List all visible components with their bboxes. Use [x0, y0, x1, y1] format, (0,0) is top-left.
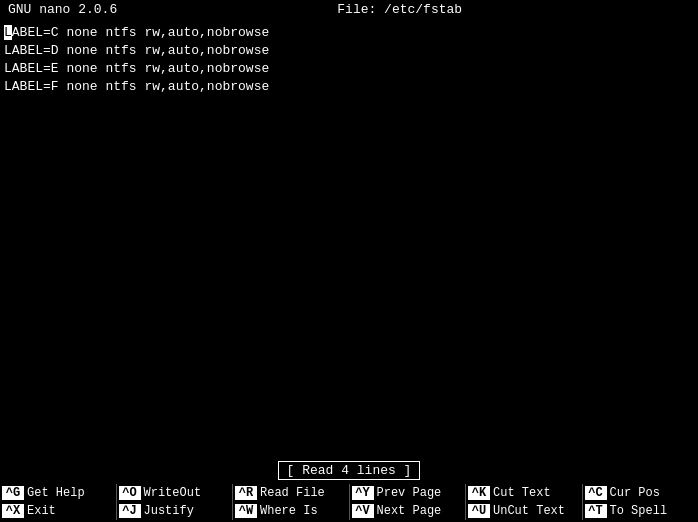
cmd-label: Justify: [144, 504, 194, 518]
cmd-section: ^RRead File^WWhere Is: [233, 482, 349, 522]
title-bar: GNU nano 2.0.6 File: /etc/fstab: [0, 0, 698, 19]
cmd-key: ^R: [235, 486, 257, 500]
cmd-key: ^K: [468, 486, 490, 500]
cmd-label: Where Is: [260, 504, 318, 518]
cmd-item[interactable]: ^JJustify: [119, 502, 231, 520]
cmd-section: ^GGet Help^XExit: [0, 482, 116, 522]
line-text: ABEL=C none ntfs rw,auto,nobrowse: [12, 25, 269, 40]
status-message: [ Read 4 lines ]: [278, 461, 421, 480]
cmd-label: Prev Page: [377, 486, 442, 500]
cmd-label: Exit: [27, 504, 56, 518]
cmd-key: ^C: [585, 486, 607, 500]
app-name: GNU nano 2.0.6: [8, 2, 117, 17]
cmd-section: ^KCut Text^UUnCut Text: [466, 482, 582, 522]
line-text: LABEL=F none ntfs rw,auto,nobrowse: [4, 79, 269, 94]
cmd-key: ^O: [119, 486, 141, 500]
cmd-key: ^J: [119, 504, 141, 518]
cmd-label: To Spell: [610, 504, 668, 518]
cmd-key: ^X: [2, 504, 24, 518]
cmd-item[interactable]: ^RRead File: [235, 484, 347, 502]
cmd-item[interactable]: ^CCur Pos: [585, 484, 697, 502]
cmd-label: WriteOut: [144, 486, 202, 500]
cmd-key: ^T: [585, 504, 607, 518]
cmd-label: Cut Text: [493, 486, 551, 500]
cmd-section: ^CCur Pos^TTo Spell: [583, 482, 699, 522]
bottom-bar: ^GGet Help^XExit^OWriteOut^JJustify^RRea…: [0, 482, 698, 522]
cursor: L: [4, 25, 12, 40]
cmd-item[interactable]: ^UUnCut Text: [468, 502, 580, 520]
cmd-item[interactable]: ^TTo Spell: [585, 502, 697, 520]
cmd-label: Next Page: [377, 504, 442, 518]
cmd-item[interactable]: ^OWriteOut: [119, 484, 231, 502]
editor-line: LABEL=D none ntfs rw,auto,nobrowse: [4, 41, 694, 59]
cmd-section: ^OWriteOut^JJustify: [117, 482, 233, 522]
padding: [682, 2, 690, 17]
editor-line: LABEL=C none ntfs rw,auto,nobrowse: [4, 23, 694, 41]
cmd-item[interactable]: ^KCut Text: [468, 484, 580, 502]
editor-line: LABEL=E none ntfs rw,auto,nobrowse: [4, 59, 694, 77]
cmd-item[interactable]: ^VNext Page: [352, 502, 464, 520]
cmd-item[interactable]: ^GGet Help: [2, 484, 114, 502]
line-text: LABEL=E none ntfs rw,auto,nobrowse: [4, 61, 269, 76]
cmd-label: Get Help: [27, 486, 85, 500]
cmd-label: Read File: [260, 486, 325, 500]
cmd-key: ^Y: [352, 486, 374, 500]
cmd-item[interactable]: ^XExit: [2, 502, 114, 520]
cmd-key: ^G: [2, 486, 24, 500]
file-label: File: /etc/fstab: [337, 2, 462, 17]
cmd-key: ^U: [468, 504, 490, 518]
cmd-item[interactable]: ^YPrev Page: [352, 484, 464, 502]
cmd-section: ^YPrev Page^VNext Page: [350, 482, 466, 522]
cmd-key: ^V: [352, 504, 374, 518]
line-text: LABEL=D none ntfs rw,auto,nobrowse: [4, 43, 269, 58]
editor-area[interactable]: LABEL=C none ntfs rw,auto,nobrowseLABEL=…: [0, 19, 698, 459]
cmd-key: ^W: [235, 504, 257, 518]
editor-line: LABEL=F none ntfs rw,auto,nobrowse: [4, 77, 694, 95]
cmd-item[interactable]: ^WWhere Is: [235, 502, 347, 520]
cmd-label: Cur Pos: [610, 486, 660, 500]
cmd-label: UnCut Text: [493, 504, 565, 518]
status-bar: [ Read 4 lines ]: [0, 459, 698, 482]
